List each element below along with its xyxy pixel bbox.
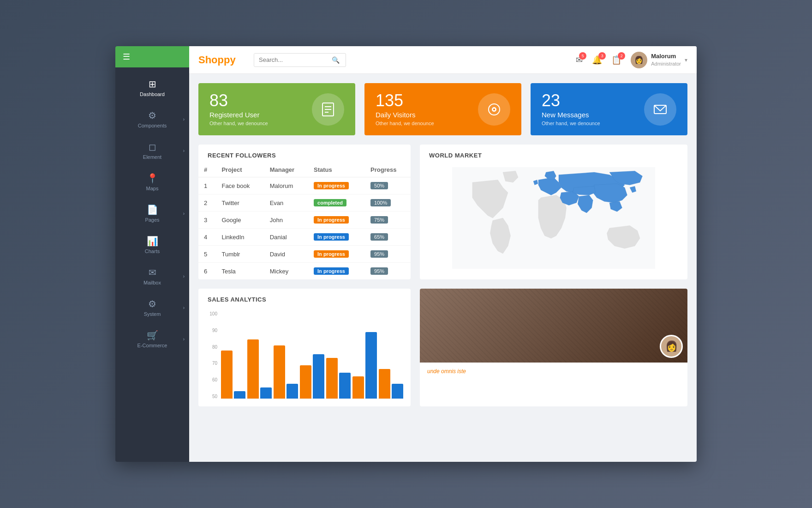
user-name: Malorum xyxy=(651,53,681,60)
sidebar-item-e-commerce[interactable]: 🛒 E-Commerce › xyxy=(115,323,189,355)
chevron-right-icon: › xyxy=(183,211,185,216)
sidebar-item-pages[interactable]: 📄 Pages › xyxy=(115,198,189,229)
chevron-down-icon: ▾ xyxy=(685,57,687,63)
progress-badge: 100% xyxy=(370,199,391,206)
cell-num: 6 xyxy=(198,263,216,280)
cell-num: 3 xyxy=(198,212,216,229)
bar-group xyxy=(247,339,272,399)
cell-progress: 50% xyxy=(365,177,411,194)
reptile-texture-bg xyxy=(420,289,687,363)
user-info[interactable]: 👩 Malorum Administrator ▾ xyxy=(631,52,687,68)
app-logo: Shoppy xyxy=(198,54,245,66)
sidebar-icon: ⚙ xyxy=(148,110,156,121)
cell-progress: 65% xyxy=(365,229,411,246)
chart-wrapper: 100 90 80 70 60 50 xyxy=(206,311,403,399)
chevron-right-icon: › xyxy=(183,148,185,153)
chevron-right-icon: › xyxy=(183,274,185,279)
sidebar-icon: 📊 xyxy=(147,236,158,247)
status-badge: In progress xyxy=(314,267,349,275)
col-header-manager: Manager xyxy=(264,163,308,177)
header-icons: ✉ 5 🔔 3 📋 2 👩 Malorum xyxy=(576,52,687,68)
cell-status: In progress xyxy=(308,177,365,194)
sidebar-item-components[interactable]: ⚙ Components › xyxy=(115,103,189,135)
cell-num: 1 xyxy=(198,177,216,194)
bar-group xyxy=(300,354,324,399)
chevron-right-icon: › xyxy=(183,337,185,342)
cell-status: In progress xyxy=(308,263,365,280)
sales-panel-title: SALES ANALYTICS xyxy=(198,289,411,307)
cell-progress: 95% xyxy=(365,246,411,263)
sidebar-label: Maps xyxy=(146,186,159,191)
status-badge: In progress xyxy=(314,250,349,258)
sidebar-item-maps[interactable]: 📍 Maps xyxy=(115,166,189,198)
bar-group xyxy=(379,369,403,399)
stat-number-registered: 83 xyxy=(209,92,268,109)
table-row: 4 LinkedIn Danial In progress 65% xyxy=(198,229,411,246)
stat-card-visitors: 135 Daily Visitors Other hand, we denoun… xyxy=(364,83,521,135)
cell-status: In progress xyxy=(308,212,365,229)
status-badge: In progress xyxy=(314,182,349,189)
clipboard-icon-btn[interactable]: 📋 2 xyxy=(611,55,621,65)
bar-blue xyxy=(234,391,245,399)
cell-status: In progress xyxy=(308,246,365,263)
cell-project: Face book xyxy=(216,177,264,194)
cell-project: Google xyxy=(216,212,264,229)
col-header-project: Project xyxy=(216,163,264,177)
progress-badge: 95% xyxy=(370,250,388,258)
status-badge: completed xyxy=(314,199,346,206)
sidebar-item-charts[interactable]: 📊 Charts xyxy=(115,229,189,260)
bar-blue xyxy=(260,387,272,399)
blog-image: 👩 xyxy=(420,289,687,363)
col-header-progress: Progress xyxy=(365,163,411,177)
menu-button[interactable]: ☰ xyxy=(115,46,189,67)
bar-blue xyxy=(392,384,403,399)
sidebar-label: Mailbox xyxy=(143,280,161,285)
bar-orange xyxy=(326,358,338,399)
bar-group xyxy=(274,345,298,399)
followers-table: # Project Manager Status Progress 1 Face… xyxy=(198,163,411,279)
mail-icon-btn[interactable]: ✉ 5 xyxy=(576,55,583,65)
chart-container: 100 90 80 70 60 50 xyxy=(198,307,411,406)
sidebar-label: Dashboard xyxy=(140,91,165,97)
notification-icon-btn[interactable]: 🔔 3 xyxy=(592,55,602,65)
stat-icon-visitors xyxy=(478,93,510,126)
sidebar-label: E-Commerce xyxy=(137,343,167,348)
world-map-container xyxy=(420,163,687,278)
stat-card-messages: 23 New Messages Other hand, we denounce xyxy=(531,83,687,135)
bar-group xyxy=(352,332,377,399)
world-market-panel: WORLD MARKET xyxy=(420,145,687,279)
table-row: 3 Google John In progress 75% xyxy=(198,212,411,229)
header: Shoppy 🔍 ✉ 5 🔔 3 xyxy=(189,46,697,74)
sidebar-icon: 📍 xyxy=(147,173,158,184)
bar-group xyxy=(326,358,351,399)
sales-panel: SALES ANALYTICS 100 90 80 70 60 50 xyxy=(198,289,411,406)
sidebar: ☰ ⊞ Dashboard ⚙ Components › ◻ Element ›… xyxy=(115,46,189,462)
stat-cards: 83 Registered User Other hand, we denoun… xyxy=(198,83,687,135)
stat-title-messages: New Messages xyxy=(542,111,600,119)
sidebar-item-system[interactable]: ⚙ System › xyxy=(115,292,189,323)
sidebar-icon: 🛒 xyxy=(147,330,158,341)
y-axis: 100 90 80 70 60 50 xyxy=(206,311,217,399)
col-header-status: Status xyxy=(308,163,365,177)
bar-orange xyxy=(247,339,259,399)
table-row: 1 Face book Malorum In progress 50% xyxy=(198,177,411,194)
bars-container xyxy=(221,311,403,399)
bar-blue xyxy=(287,384,298,399)
bars-area xyxy=(221,311,403,399)
cell-progress: 75% xyxy=(365,212,411,229)
sidebar-item-mailbox[interactable]: ✉ Mailbox › xyxy=(115,260,189,292)
sidebar-item-dashboard[interactable]: ⊞ Dashboard xyxy=(115,72,189,103)
sidebar-item-element[interactable]: ◻ Element › xyxy=(115,135,189,166)
bar-blue xyxy=(365,332,377,399)
search-button[interactable]: 🔍 xyxy=(328,54,343,67)
clipboard-badge: 2 xyxy=(618,52,625,60)
blog-panel: 👩 unde omnis iste xyxy=(420,289,687,406)
sidebar-icon: 📄 xyxy=(147,204,158,215)
cell-manager: Malorum xyxy=(264,177,308,194)
stat-desc-registered: Other hand, we denounce xyxy=(209,121,268,126)
sidebar-icon: ◻ xyxy=(149,141,156,152)
bar-orange xyxy=(352,376,364,399)
search-input[interactable] xyxy=(254,54,328,66)
col-header-num: # xyxy=(198,163,216,177)
progress-badge: 50% xyxy=(370,182,388,189)
